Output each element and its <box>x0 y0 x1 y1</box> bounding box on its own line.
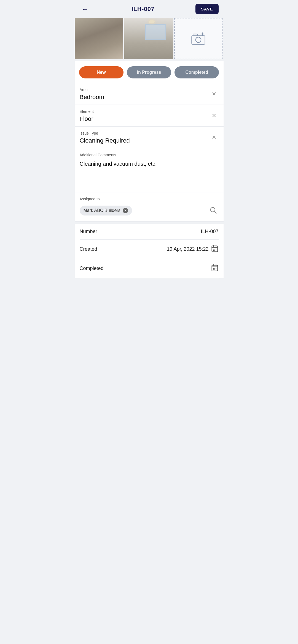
issue-type-label: Issue Type <box>80 131 219 135</box>
search-icon <box>209 206 217 214</box>
meta-section: Number ILH-007 Created 19 Apr, 2022 15:2… <box>75 224 224 278</box>
svg-rect-21 <box>216 268 216 269</box>
save-button[interactable]: SAVE <box>195 4 219 14</box>
completed-value <box>211 264 219 273</box>
svg-rect-20 <box>214 268 215 269</box>
area-label: Area <box>80 88 219 92</box>
svg-rect-19 <box>213 268 214 269</box>
svg-rect-23 <box>214 269 215 270</box>
photo-strip <box>75 18 224 61</box>
element-value: Floor <box>80 115 219 122</box>
svg-rect-22 <box>213 269 214 270</box>
issue-type-clear-button[interactable]: ✕ <box>210 133 219 142</box>
comments-section[interactable]: Additional Comments Cleaning and vacuum … <box>75 148 224 192</box>
assigned-section: Assigned to Mark ABC Builders ✕ <box>75 192 224 222</box>
completed-row: Completed <box>80 259 219 278</box>
created-row: Created 19 Apr, 2022 15:22 <box>80 240 219 259</box>
number-row: Number ILH-007 <box>80 224 219 240</box>
element-clear-button[interactable]: ✕ <box>210 111 219 120</box>
photo-thumb-2[interactable] <box>124 18 173 59</box>
svg-rect-14 <box>214 250 215 251</box>
number-value: ILH-007 <box>201 229 218 234</box>
bottom-spacer <box>75 278 224 289</box>
assignee-search-button[interactable] <box>208 204 219 216</box>
created-date-text: 19 Apr, 2022 15:22 <box>167 246 208 252</box>
created-value: 19 Apr, 2022 15:22 <box>167 245 218 254</box>
assigned-row: Mark ABC Builders ✕ <box>80 204 219 216</box>
svg-point-3 <box>196 37 201 43</box>
comments-label: Additional Comments <box>80 153 219 157</box>
assigned-label: Assigned to <box>80 197 219 201</box>
camera-icon <box>190 32 207 45</box>
number-label: Number <box>80 229 97 234</box>
svg-rect-13 <box>213 250 214 251</box>
svg-line-5 <box>214 212 216 213</box>
completed-calendar-icon[interactable] <box>211 264 219 273</box>
status-row: New In Progress Completed <box>75 61 224 83</box>
status-completed-button[interactable]: Completed <box>174 66 219 78</box>
issue-type-value: Cleaning Required <box>80 137 219 144</box>
element-field[interactable]: Element Floor ✕ <box>75 105 224 127</box>
status-in-progress-button[interactable]: In Progress <box>127 66 171 78</box>
comments-value: Cleaning and vacuum dust, etc. <box>80 160 219 168</box>
status-new-button[interactable]: New <box>79 66 124 78</box>
add-photo-button[interactable] <box>174 18 223 59</box>
completed-label: Completed <box>80 266 104 271</box>
assignee-remove-button[interactable]: ✕ <box>123 208 128 213</box>
issue-type-field[interactable]: Issue Type Cleaning Required ✕ <box>75 127 224 148</box>
back-button[interactable]: ← <box>80 4 91 14</box>
created-label: Created <box>80 246 97 252</box>
area-clear-button[interactable]: ✕ <box>210 89 219 98</box>
page-title: ILH-007 <box>131 6 154 13</box>
area-value: Bedroom <box>80 94 219 101</box>
assignee-name: Mark ABC Builders <box>84 208 120 213</box>
assignee-chip[interactable]: Mark ABC Builders ✕ <box>80 206 132 215</box>
photo-thumb-1[interactable] <box>75 18 124 59</box>
calendar-icon[interactable] <box>211 245 219 254</box>
header: ← ILH-007 SAVE <box>75 0 224 18</box>
element-label: Element <box>80 109 219 114</box>
area-field[interactable]: Area Bedroom ✕ <box>75 83 224 105</box>
svg-rect-12 <box>216 249 216 250</box>
form-section: Area Bedroom ✕ Element Floor ✕ Issue Typ… <box>75 83 224 148</box>
svg-rect-11 <box>214 249 215 250</box>
svg-rect-10 <box>213 249 214 250</box>
